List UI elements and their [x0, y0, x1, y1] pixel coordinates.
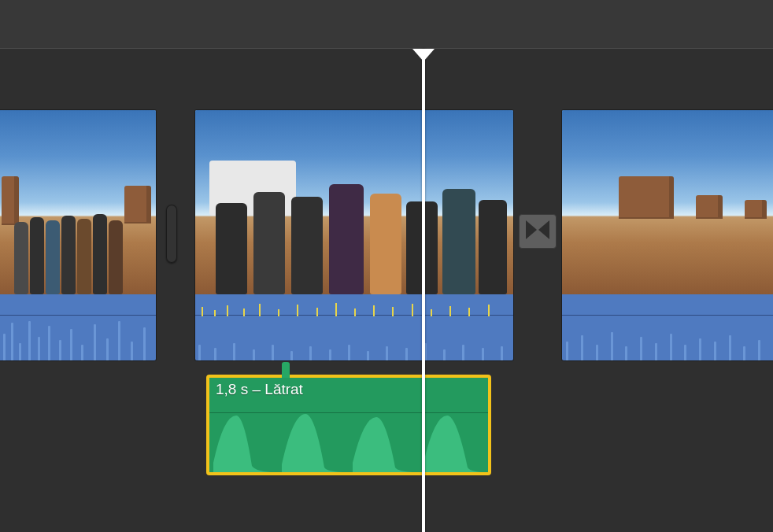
toolbar-strip: [0, 0, 773, 49]
svg-marker-1: [538, 220, 549, 239]
video-thumbnail: [195, 110, 513, 294]
timeline[interactable]: 1,8 s – Lătrat: [0, 49, 773, 532]
sound-clip-waveform: [209, 411, 488, 472]
video-clip-2[interactable]: [195, 110, 513, 360]
clip-audio-lane[interactable]: [195, 294, 513, 360]
clip-audio-lane[interactable]: [562, 294, 773, 360]
video-thumbnail: [0, 110, 156, 294]
video-thumbnail: [562, 110, 773, 294]
video-clip-3[interactable]: [562, 110, 773, 360]
playhead[interactable]: [422, 49, 425, 532]
transition-marker[interactable]: [519, 214, 557, 249]
playhead-caret-icon: [412, 49, 435, 61]
clip-edge-handle[interactable]: [166, 205, 177, 263]
clip-audio-lane[interactable]: [0, 294, 156, 360]
svg-marker-0: [526, 220, 537, 239]
video-clip-1[interactable]: [0, 110, 156, 360]
sound-effect-clip[interactable]: 1,8 s – Lătrat: [206, 375, 491, 475]
transition-bowtie-icon: [525, 219, 550, 244]
sound-clip-label: 1,8 s – Lătrat: [216, 381, 303, 398]
audio-pin-marker[interactable]: [282, 362, 290, 378]
